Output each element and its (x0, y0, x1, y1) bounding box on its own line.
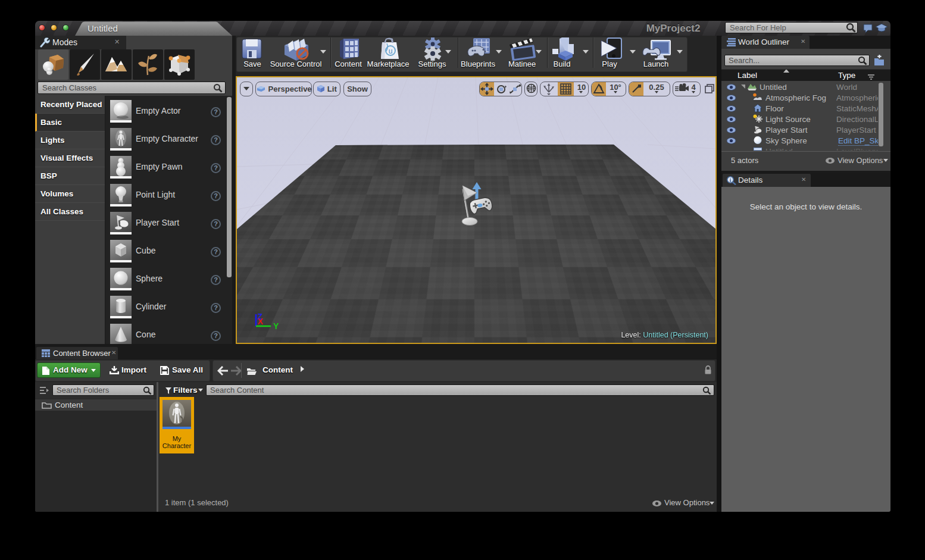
svg-text:Y: Y (273, 321, 279, 331)
svg-text:X: X (258, 317, 264, 326)
svg-text:i: i (730, 177, 732, 183)
svg-text:u: u (389, 47, 393, 55)
